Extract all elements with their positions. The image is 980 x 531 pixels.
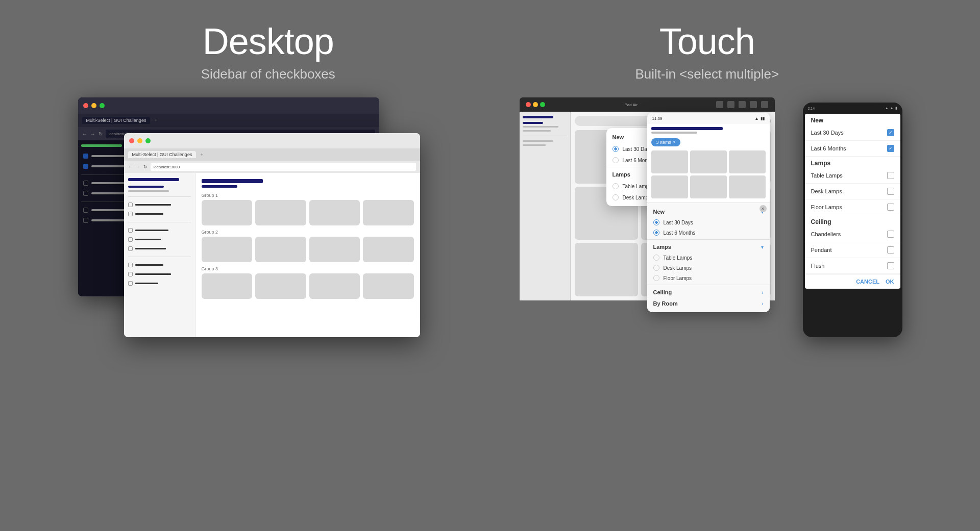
android-cb-chandeliers[interactable] [887, 231, 894, 238]
iphone-item-floor[interactable]: Floor Lamps [647, 273, 770, 283]
close-dot[interactable] [83, 103, 88, 108]
iphone-div-1 [647, 239, 770, 240]
iphone-30days-label: Last 30 Days [664, 220, 693, 225]
light-cb-1[interactable] [128, 203, 133, 207]
iphone-badge-wrap[interactable]: 3 Items ▾ [647, 137, 770, 148]
ipad-min[interactable] [533, 102, 538, 107]
back-tab-active[interactable]: Multi-Select | GUI Challenges [82, 117, 151, 124]
iphone-dropdown-group-byroom[interactable]: By Room › [647, 298, 770, 309]
android-item-6months[interactable]: Last 6 Months ✓ [805, 141, 900, 157]
light-sidebar-item-2[interactable] [128, 211, 191, 217]
light-sidebar-item-5[interactable] [128, 245, 191, 252]
back-arrow[interactable]: ← [82, 131, 87, 137]
iphone-radio-desk[interactable] [653, 265, 659, 271]
android-cb-pendant[interactable] [887, 246, 894, 254]
ipad-icon-3[interactable] [739, 101, 746, 108]
dark-checkbox-4[interactable] [83, 191, 88, 196]
touch-title: Touch [659, 20, 755, 62]
radio-table[interactable] [612, 183, 619, 189]
front-back-btn[interactable]: ← [128, 164, 133, 169]
iphone-item-30days[interactable]: Last 30 Days [647, 217, 770, 227]
light-sidebar-item-1[interactable] [128, 201, 191, 208]
android-ok-btn[interactable]: OK [886, 279, 894, 285]
android-cb-table[interactable] [887, 172, 894, 179]
iphone-radio-table[interactable] [653, 255, 659, 261]
iphone-dropdown-group-ceiling[interactable]: Ceiling › [647, 287, 770, 298]
front-refresh-btn[interactable]: ↻ [143, 164, 148, 169]
light-cb-4[interactable] [128, 237, 133, 242]
front-address-field[interactable]: localhost:3000 [151, 163, 416, 171]
iphone-radio-floor[interactable] [653, 275, 659, 281]
refresh-arrow[interactable]: ↻ [99, 131, 103, 137]
android-header-lamps: Lamps [805, 157, 900, 168]
iphone-close-btn[interactable]: ✕ [760, 205, 767, 212]
iphone-item-table[interactable]: Table Lamps [647, 252, 770, 263]
light-cell-11 [309, 273, 360, 299]
android-pendant-label: Pendant [811, 247, 832, 253]
android-cb-30days[interactable]: ✓ [887, 129, 894, 136]
iphone-radio-6months[interactable] [653, 230, 659, 236]
light-cb-8[interactable] [128, 281, 133, 286]
dropdown-desk-label: Desk Lamps [623, 195, 651, 200]
ipad-icon-1[interactable] [716, 101, 723, 108]
android-item-flush[interactable]: Flush [805, 258, 900, 274]
ipad-s-line-2 [523, 130, 551, 132]
desktop-header: Desktop Sidebar of checkboxes [201, 20, 335, 82]
iphone-dropdown-group-new[interactable]: New ▾ [647, 206, 770, 217]
light-cell-4 [363, 200, 414, 225]
light-sidebar-item-6[interactable] [128, 262, 191, 268]
ipad-close[interactable] [526, 102, 531, 107]
ipad-icon-2[interactable] [727, 101, 734, 108]
light-cb-3[interactable] [128, 228, 133, 233]
touch-subtitle: Built-in <select multiple> [635, 66, 779, 82]
android-item-chandeliers[interactable]: Chandeliers [805, 226, 900, 242]
iphone-dropdown-group-lamps[interactable]: Lamps ▾ [647, 241, 770, 252]
light-cb-5[interactable] [128, 246, 133, 251]
maximize-dot[interactable] [100, 103, 105, 108]
new-tab-btn[interactable]: + [200, 152, 203, 157]
android-item-table[interactable]: Table Lamps [805, 168, 900, 184]
front-fwd-btn[interactable]: → [136, 164, 140, 169]
ipad-icon-5[interactable] [761, 101, 768, 108]
front-close-dot[interactable] [129, 138, 134, 143]
radio-6months[interactable] [612, 157, 619, 163]
android-screen: New Last 30 Days ✓ Last 6 Months ✓ Lamps [805, 114, 900, 289]
android-cb-flush[interactable] [887, 262, 894, 269]
ipad-max[interactable] [540, 102, 545, 107]
light-sidebar-item-3[interactable] [128, 227, 191, 234]
front-browser-bar [124, 133, 420, 148]
android-cancel-btn[interactable]: CANCEL [856, 279, 879, 285]
ipad-icon-4[interactable] [750, 101, 757, 108]
iphone-filter-badge[interactable]: 3 Items ▾ [651, 138, 681, 146]
dark-checkbox-1[interactable] [83, 154, 88, 159]
light-group-label-2: Group 2 [202, 230, 414, 235]
light-sidebar-item-7[interactable] [128, 271, 191, 277]
android-item-pendant[interactable]: Pendant [805, 242, 900, 258]
dark-checkbox-3[interactable] [83, 181, 88, 186]
front-tab-active[interactable]: Multi-Select | GUI Challenges [128, 151, 197, 158]
radio-30days[interactable] [612, 146, 619, 152]
minimize-dot[interactable] [91, 103, 96, 108]
front-maximize-dot[interactable] [145, 138, 151, 143]
light-divider-2 [128, 222, 191, 222]
dark-checkbox-6[interactable] [83, 218, 88, 223]
front-minimize-dot[interactable] [137, 138, 142, 143]
light-cb-6[interactable] [128, 263, 133, 267]
android-cb-floor[interactable] [887, 204, 894, 211]
android-cb-6months[interactable]: ✓ [887, 145, 894, 152]
forward-arrow[interactable]: → [90, 131, 95, 137]
light-sidebar-item-4[interactable] [128, 236, 191, 243]
android-item-floor[interactable]: Floor Lamps [805, 199, 900, 215]
dark-checkbox-5[interactable] [83, 208, 88, 213]
light-cb-7[interactable] [128, 272, 133, 276]
dark-checkbox-2[interactable] [83, 164, 88, 169]
android-item-30days[interactable]: Last 30 Days ✓ [805, 125, 900, 141]
iphone-radio-30days[interactable] [653, 219, 659, 225]
android-cb-desk[interactable] [887, 188, 894, 195]
light-cb-2[interactable] [128, 212, 133, 216]
iphone-item-6months[interactable]: Last 6 Months [647, 227, 770, 238]
android-item-desk[interactable]: Desk Lamps [805, 184, 900, 199]
light-sidebar-item-8[interactable] [128, 280, 191, 287]
radio-desk[interactable] [612, 194, 619, 200]
iphone-item-desk[interactable]: Desk Lamps [647, 263, 770, 273]
